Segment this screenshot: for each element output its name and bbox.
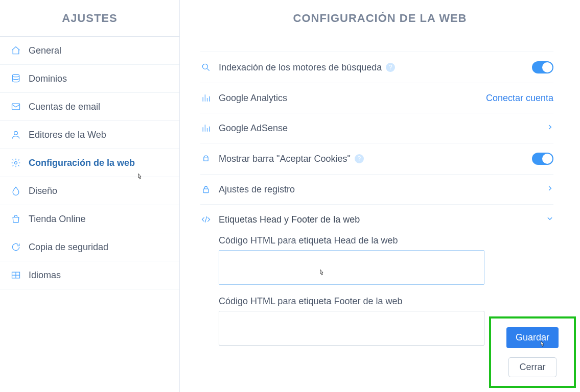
sidebar-item-email[interactable]: Cuentas de email: [0, 93, 179, 121]
row-adsense[interactable]: Google AdSense: [200, 113, 553, 143]
help-icon[interactable]: ?: [355, 154, 364, 163]
sidebar-item-label: Editores de la Web: [29, 130, 106, 140]
mail-icon: [10, 101, 21, 112]
sidebar-item-editors[interactable]: Editores de la Web: [0, 121, 179, 149]
svg-point-6: [202, 64, 207, 69]
sidebar: AJUSTES General Dominios Cuentas de emai…: [0, 0, 180, 392]
gear-icon: [10, 157, 21, 168]
search-icon: [200, 62, 212, 73]
sidebar-title: AJUSTES: [62, 12, 117, 25]
sidebar-item-label: Diseño: [29, 186, 57, 197]
sidebar-item-domains[interactable]: Dominios: [0, 65, 179, 93]
cookies-text: Mostrar barra "Aceptar Cookies": [219, 154, 351, 164]
cookies-toggle[interactable]: [532, 153, 553, 165]
row-indexing[interactable]: Indexación de los motores de búsqueda ?: [200, 52, 553, 83]
chevron-right-icon: [546, 124, 553, 133]
sidebar-item-label: Tienda Online: [29, 214, 85, 225]
row-analytics[interactable]: Google Analytics Conectar cuenta: [200, 83, 553, 113]
database-icon: [10, 73, 21, 84]
save-button[interactable]: Guardar: [506, 327, 559, 348]
row-indexing-label: Indexación de los motores de búsqueda ?: [219, 62, 525, 73]
sidebar-item-web-config[interactable]: Configuración de la web: [0, 149, 179, 177]
row-analytics-label: Google Analytics: [219, 93, 479, 104]
shopping-bag-icon: [10, 213, 21, 225]
row-adsense-label: Google AdSense: [219, 123, 539, 134]
grid-icon: [10, 270, 21, 281]
sidebar-item-languages[interactable]: Idiomas: [0, 261, 179, 289]
cookie-icon: [200, 153, 212, 164]
row-cookies-label: Mostrar barra "Aceptar Cookies" ?: [219, 154, 525, 164]
code-icon: [200, 214, 212, 225]
sidebar-item-design[interactable]: Diseño: [0, 177, 179, 205]
svg-rect-1: [12, 104, 20, 110]
sidebar-item-store[interactable]: Tienda Online: [0, 205, 179, 233]
sidebar-item-label: Configuración de la web: [29, 158, 135, 168]
chevron-down-icon: [546, 215, 553, 224]
bar-chart-icon: [200, 122, 212, 134]
row-cookies[interactable]: Mostrar barra "Aceptar Cookies" ?: [200, 143, 553, 175]
close-button[interactable]: Cerrar: [508, 357, 556, 377]
sidebar-item-label: Idiomas: [29, 270, 61, 281]
footer-code-input[interactable]: [219, 311, 484, 346]
home-icon: [10, 45, 21, 56]
connect-account-link[interactable]: Conectar cuenta: [486, 93, 553, 104]
sidebar-item-label: Dominios: [29, 74, 67, 84]
sidebar-item-label: Cuentas de email: [29, 102, 100, 112]
footer-code-label: Código HTML para etiqueta Footer de la w…: [219, 296, 553, 307]
refresh-icon: [10, 241, 21, 253]
main-title: CONFIGURACIÓN DE LA WEB: [293, 12, 467, 25]
svg-point-2: [14, 131, 18, 135]
main-header: CONFIGURACIÓN DE LA WEB: [180, 0, 580, 37]
row-headfoot-label: Etiquetas Head y Footer de la web: [219, 214, 539, 225]
indexing-toggle[interactable]: [532, 61, 553, 74]
lock-icon: [200, 184, 212, 195]
user-icon: [10, 129, 21, 140]
bar-chart-icon: [200, 92, 212, 104]
chevron-right-icon: [546, 185, 553, 194]
help-icon[interactable]: ?: [386, 63, 395, 72]
head-code-label: Código HTML para etiqueta Head de la web: [219, 235, 553, 246]
row-signup[interactable]: Ajustes de registro: [200, 175, 553, 205]
sidebar-item-label: Copia de seguridad: [29, 242, 108, 253]
sidebar-item-backup[interactable]: Copia de seguridad: [0, 233, 179, 261]
svg-point-3: [15, 162, 17, 164]
sidebar-item-label: General: [29, 45, 61, 56]
row-headfoot[interactable]: Etiquetas Head y Footer de la web: [200, 205, 553, 232]
head-code-input[interactable]: [219, 250, 484, 285]
actions-highlight-box: Guardar Cerrar: [489, 316, 576, 388]
indexing-text: Indexación de los motores de búsqueda: [219, 62, 382, 73]
row-site-name[interactable]: Nombre de la web: pizzeria Editar nombre: [200, 37, 553, 52]
svg-rect-7: [203, 189, 208, 193]
sidebar-item-general[interactable]: General: [0, 37, 179, 65]
sidebar-header: AJUSTES: [0, 0, 179, 37]
svg-point-0: [12, 75, 19, 77]
drop-icon: [10, 185, 21, 197]
row-signup-label: Ajustes de registro: [219, 184, 539, 195]
